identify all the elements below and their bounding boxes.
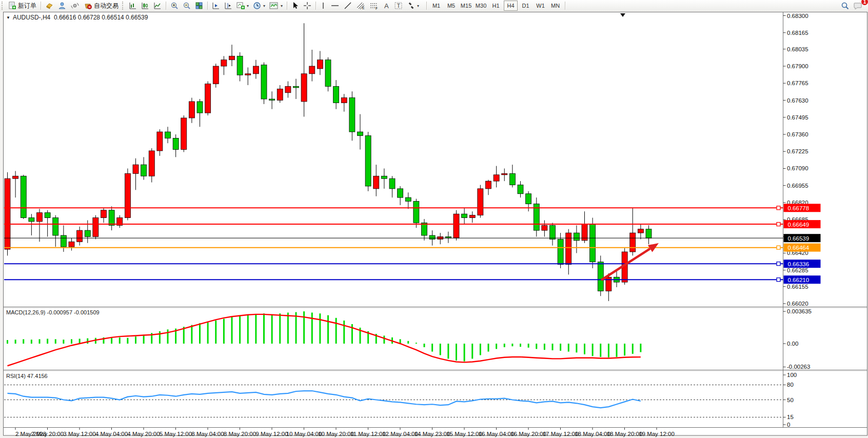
rsi-tick-label: 100	[787, 372, 797, 378]
channel-icon: E	[356, 2, 365, 10]
news-button[interactable]	[69, 1, 82, 11]
tab-timeframe-m30[interactable]: M30	[474, 1, 488, 11]
price-tick-label: 0.68300	[787, 13, 808, 19]
bar-chart-button[interactable]	[127, 1, 139, 11]
tab-timeframe-m5[interactable]: M5	[444, 1, 458, 11]
price-tick-label: 0.67765	[787, 80, 808, 86]
clock-icon	[253, 2, 261, 10]
tab-timeframe-h1[interactable]: H1	[489, 1, 503, 11]
price-tick-label: 0.67630	[787, 97, 808, 104]
new-order-button[interactable]: 新订单	[6, 1, 38, 11]
time-tick-label: 19 May 12:00	[639, 431, 675, 437]
macd-values: -0.000957 -0.001509	[47, 309, 99, 315]
candle-body	[638, 229, 643, 233]
periods-button[interactable]: ▾	[251, 1, 267, 11]
candle-body	[526, 194, 531, 204]
horizontal-line-icon	[330, 2, 340, 10]
toolbar-grip	[2, 2, 5, 10]
chart-shift-button[interactable]	[222, 1, 234, 11]
fibonacci-button[interactable]: F	[367, 1, 381, 11]
candle-body	[646, 229, 652, 238]
tab-timeframe-mn[interactable]: MN	[548, 1, 562, 11]
line-chart-button[interactable]	[151, 1, 164, 11]
candle-body	[213, 66, 219, 84]
zoom-out-button[interactable]	[181, 1, 193, 11]
candle-body	[229, 56, 235, 59]
time-tick-label: 4 May 04:00	[95, 431, 128, 437]
candlestick-chart-button[interactable]	[139, 1, 151, 11]
separator	[207, 2, 208, 10]
candle-body	[245, 74, 251, 75]
candlestick-chart-icon	[141, 2, 149, 10]
text-label-button[interactable]: T	[392, 1, 405, 11]
chevron-down-icon: ▾	[247, 4, 249, 8]
charts-list-button[interactable]	[43, 1, 56, 11]
macd-tick-label: -0.00263	[787, 364, 810, 370]
rsi-tick-label: 50	[787, 397, 794, 403]
chevron-down-icon: ▾	[417, 4, 419, 8]
vertical-line-button[interactable]	[318, 1, 328, 11]
time-tick-label: 14 May 23:00	[415, 431, 450, 437]
candle-body	[149, 151, 154, 176]
tab-timeframe-w1[interactable]: W1	[534, 1, 547, 11]
auto-scroll-button[interactable]	[210, 1, 222, 11]
separator	[287, 2, 287, 10]
svg-text:A: A	[384, 2, 389, 10]
zoom-in-button[interactable]	[168, 1, 181, 11]
time-tick-label: 10 May 04:00	[286, 431, 322, 437]
candle-body	[445, 236, 451, 237]
separator	[565, 2, 565, 10]
candle-body	[189, 102, 194, 118]
tab-timeframe-d1[interactable]: D1	[519, 1, 532, 11]
time-tick-label: 5 May 12:00	[160, 431, 192, 437]
text-button[interactable]: A	[381, 1, 392, 11]
rsi-tick-label: 15	[787, 414, 794, 420]
chart-shift-icon	[224, 2, 232, 10]
time-tick-label: 16 May 20:00	[510, 431, 546, 437]
candle-body	[157, 132, 163, 151]
symbol-dropdown-icon[interactable]: ▼	[6, 15, 10, 20]
horizontal-line-button[interactable]	[328, 1, 342, 11]
trendline-button[interactable]	[342, 1, 354, 11]
candle-body	[109, 210, 114, 226]
price-tick-label: 0.66020	[787, 301, 808, 307]
price-tick-label: 0.68165	[787, 30, 808, 36]
tile-windows-button[interactable]	[193, 1, 205, 11]
search-button[interactable]	[839, 1, 852, 11]
svg-text:E: E	[362, 6, 365, 10]
arrows-button[interactable]: ▾	[405, 1, 421, 11]
cursor-button[interactable]	[289, 1, 301, 11]
candle-body	[125, 173, 130, 217]
equidistant-channel-button[interactable]: E	[354, 1, 367, 11]
time-tick-label: 11 May 12:00	[350, 431, 386, 437]
tab-timeframe-m15[interactable]: M15	[459, 1, 473, 11]
price-badge-label: 0.66336	[788, 261, 810, 267]
chevron-down-icon: ▾	[281, 4, 283, 8]
price-badge-label: 0.66464	[788, 245, 810, 251]
candle-body	[5, 178, 10, 249]
chart-area[interactable]: 0.683000.681650.680350.679000.677650.676…	[0, 11, 868, 438]
tab-timeframe-m1[interactable]: M1	[429, 1, 443, 11]
crosshair-button[interactable]	[301, 1, 313, 11]
search-icon	[841, 2, 850, 10]
auto-trading-button[interactable]: 自动交易	[82, 1, 121, 11]
macd-name: MACD(12,26,9)	[6, 309, 45, 315]
template-icon	[269, 2, 279, 10]
candle-body	[462, 214, 467, 217]
candle-body	[398, 189, 403, 197]
candle-body	[349, 98, 355, 132]
tab-timeframe-h4[interactable]: H4	[504, 1, 518, 11]
candle-body	[37, 213, 43, 222]
time-tick-label: 15 May 12:00	[446, 431, 482, 437]
templates-button[interactable]: ▾	[267, 1, 285, 11]
profiles-button[interactable]	[56, 1, 69, 11]
macd-label: MACD(12,26,9) -0.000957 -0.001509	[6, 309, 100, 315]
new-chart-button[interactable]: ▾	[234, 1, 251, 11]
candle-body	[277, 89, 283, 100]
price-badge-label: 0.66539	[788, 235, 810, 242]
vertical-line-icon	[320, 2, 326, 10]
notifications-button[interactable]: 1	[852, 1, 865, 11]
candle-body	[469, 215, 475, 218]
macd-tick-label: 0.00	[787, 341, 798, 347]
candle-body	[518, 185, 523, 194]
